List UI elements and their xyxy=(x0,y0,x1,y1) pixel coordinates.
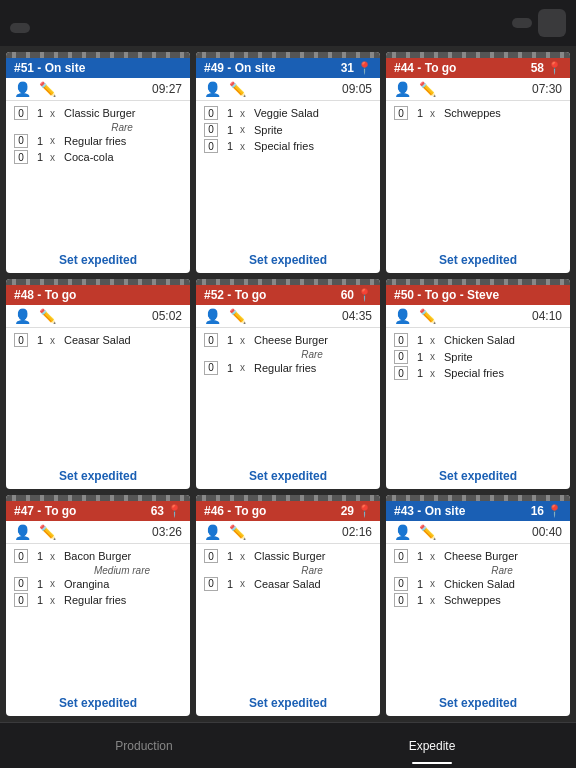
list-item: 01xSchweppes xyxy=(394,105,562,122)
item-count: 1 xyxy=(222,332,238,349)
qty-box[interactable]: 0 xyxy=(14,134,28,148)
edit-icon[interactable]: ✏️ xyxy=(229,81,246,97)
chef-icon[interactable]: 👤 xyxy=(394,308,411,324)
order-badge: 31📍 xyxy=(341,61,372,75)
chef-icon[interactable]: 👤 xyxy=(14,524,31,540)
pin-icon: 📍 xyxy=(357,61,372,75)
qty-box[interactable]: 0 xyxy=(14,333,28,347)
chef-icon[interactable]: 👤 xyxy=(204,524,221,540)
gear-icon[interactable] xyxy=(538,9,566,37)
card-icons: 👤✏️ xyxy=(204,81,246,97)
chef-icon[interactable]: 👤 xyxy=(14,81,31,97)
card-icons: 👤✏️ xyxy=(394,81,436,97)
item-modifier: Rare xyxy=(204,349,372,360)
qty-box[interactable]: 0 xyxy=(204,123,218,137)
qty-box[interactable]: 0 xyxy=(394,577,408,591)
card-icons: 👤✏️ xyxy=(14,81,56,97)
order-card: #52 - To go60📍👤✏️04:3501xCheese BurgerRa… xyxy=(196,279,380,489)
qty-box[interactable]: 0 xyxy=(14,593,28,607)
qty-box[interactable]: 0 xyxy=(394,106,408,120)
item-modifier: Rare xyxy=(204,565,372,576)
set-expedited-button[interactable]: Set expedited xyxy=(196,465,380,489)
tab-production[interactable]: Production xyxy=(0,723,288,768)
card-icons: 👤✏️ xyxy=(14,308,56,324)
set-expedited-button[interactable]: Set expedited xyxy=(196,249,380,273)
card-items: 01xSchweppes xyxy=(386,101,570,249)
list-item: 01xRegular fries xyxy=(14,592,182,609)
qty-box[interactable]: 0 xyxy=(204,549,218,563)
qty-box[interactable]: 0 xyxy=(14,150,28,164)
chef-icon[interactable]: 👤 xyxy=(14,308,31,324)
card-icons: 👤✏️ xyxy=(14,524,56,540)
item-x: x xyxy=(240,122,252,137)
edit-icon[interactable]: ✏️ xyxy=(419,308,436,324)
qty-box[interactable]: 0 xyxy=(204,361,218,375)
item-x: x xyxy=(50,133,62,148)
order-time: 00:40 xyxy=(532,525,562,539)
item-x: x xyxy=(430,106,442,121)
chef-icon[interactable]: 👤 xyxy=(394,524,411,540)
qty-box[interactable]: 0 xyxy=(14,106,28,120)
edit-icon[interactable]: ✏️ xyxy=(419,524,436,540)
pin-icon: 📍 xyxy=(357,504,372,518)
qty-box[interactable]: 0 xyxy=(204,139,218,153)
item-name: Sprite xyxy=(444,349,562,366)
tab-expedite[interactable]: Expedite xyxy=(288,723,576,768)
set-expedited-button[interactable]: Set expedited xyxy=(386,465,570,489)
set-expedited-button[interactable]: Set expedited xyxy=(196,692,380,716)
qty-box[interactable]: 0 xyxy=(394,549,408,563)
item-x: x xyxy=(430,576,442,591)
set-expedited-button[interactable]: Set expedited xyxy=(6,692,190,716)
view-mode-button[interactable] xyxy=(512,18,532,28)
set-expedited-button[interactable]: Set expedited xyxy=(386,249,570,273)
card-header: #44 - To go58📍 xyxy=(386,58,570,78)
history-button[interactable] xyxy=(10,23,30,33)
item-name: Ceasar Salad xyxy=(64,332,182,349)
card-header: #51 - On site xyxy=(6,58,190,78)
qty-box[interactable]: 0 xyxy=(204,577,218,591)
item-name: Bacon Burger xyxy=(64,548,182,565)
item-count: 1 xyxy=(412,592,428,609)
qty-box[interactable]: 0 xyxy=(14,549,28,563)
edit-icon[interactable]: ✏️ xyxy=(39,524,56,540)
qty-box[interactable]: 0 xyxy=(14,577,28,591)
item-name: Chicken Salad xyxy=(444,332,562,349)
item-name: Schweppes xyxy=(444,592,562,609)
list-item: 01xCoca-cola xyxy=(14,149,182,166)
qty-box[interactable]: 0 xyxy=(394,350,408,364)
item-name: Regular fries xyxy=(254,360,372,377)
edit-icon[interactable]: ✏️ xyxy=(229,308,246,324)
chef-icon[interactable]: 👤 xyxy=(394,81,411,97)
order-title: #49 - On site xyxy=(204,61,275,75)
order-card: #44 - To go58📍👤✏️07:3001xSchweppesSet ex… xyxy=(386,52,570,273)
item-x: x xyxy=(240,549,252,564)
set-expedited-button[interactable]: Set expedited xyxy=(6,249,190,273)
edit-icon[interactable]: ✏️ xyxy=(39,81,56,97)
card-items: 01xClassic BurgerRare01xCeasar Salad xyxy=(196,544,380,692)
set-expedited-button[interactable]: Set expedited xyxy=(6,465,190,489)
edit-icon[interactable]: ✏️ xyxy=(229,524,246,540)
item-count: 1 xyxy=(32,592,48,609)
list-item: 01xSpecial fries xyxy=(394,365,562,382)
list-item: 01xCheese Burger xyxy=(394,548,562,565)
item-x: x xyxy=(430,349,442,364)
qty-box[interactable]: 0 xyxy=(394,366,408,380)
list-item: 01xRegular fries xyxy=(14,133,182,150)
top-bar-left xyxy=(10,14,30,33)
item-count: 1 xyxy=(222,576,238,593)
qty-box[interactable]: 0 xyxy=(394,333,408,347)
order-card: #47 - To go63📍👤✏️03:2601xBacon BurgerMed… xyxy=(6,495,190,716)
card-subheader: 👤✏️05:02 xyxy=(6,305,190,328)
chef-icon[interactable]: 👤 xyxy=(204,81,221,97)
set-expedited-button[interactable]: Set expedited xyxy=(386,692,570,716)
chef-icon[interactable]: 👤 xyxy=(204,308,221,324)
order-title: #47 - To go xyxy=(14,504,76,518)
qty-box[interactable]: 0 xyxy=(204,333,218,347)
edit-icon[interactable]: ✏️ xyxy=(39,308,56,324)
card-items: 01xCeasar Salad xyxy=(6,328,190,465)
qty-box[interactable]: 0 xyxy=(394,593,408,607)
qty-box[interactable]: 0 xyxy=(204,106,218,120)
item-x: x xyxy=(50,106,62,121)
card-subheader: 👤✏️04:35 xyxy=(196,305,380,328)
edit-icon[interactable]: ✏️ xyxy=(419,81,436,97)
